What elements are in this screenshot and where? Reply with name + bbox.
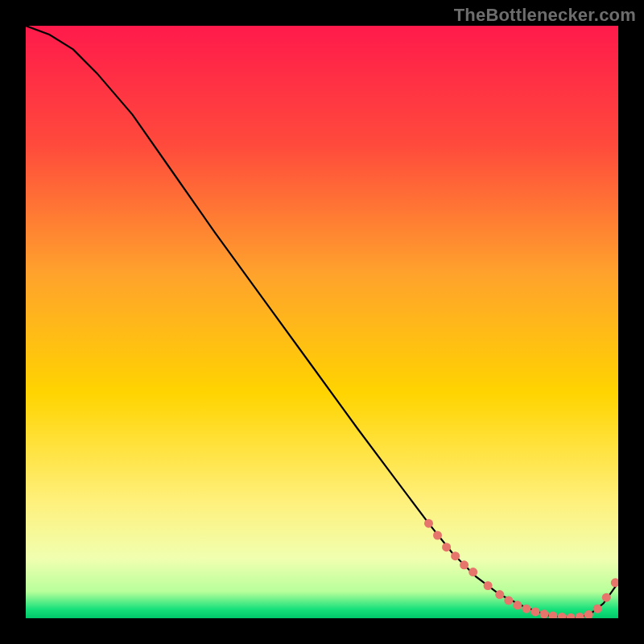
chart-stage: TheBottlenecker.com — [0, 0, 644, 644]
plot-area — [26, 26, 618, 618]
svg-rect-0 — [26, 26, 618, 618]
heat-gradient — [26, 26, 618, 618]
watermark-text: TheBottlenecker.com — [454, 5, 636, 26]
